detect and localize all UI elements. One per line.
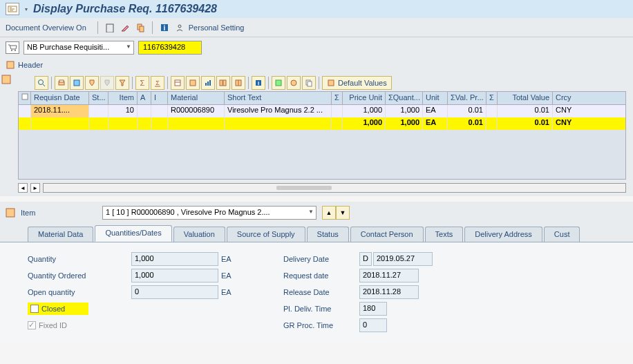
item-next-icon[interactable]: ▼ [336,206,350,220]
scroll-right-icon[interactable]: ► [30,183,40,193]
download-icon[interactable] [186,76,200,90]
grid-container: Σ Σ i Default Values Requisn Date St... … [0,72,633,196]
scroll-handle[interactable] [276,186,332,190]
svg-line-12 [43,84,45,86]
item-prev-icon[interactable]: ▲ [322,206,336,220]
services-icon[interactable] [272,76,285,90]
edit-icon[interactable] [119,21,131,34]
col-quant[interactable]: ΣQuant... [386,92,423,104]
tab-source-of-supply[interactable]: Source of Supply [227,227,305,242]
col-price-unit[interactable]: Price Unit [343,92,386,104]
item-dropdown[interactable]: 1 [ 10 ] R000006890 , Viresolve Pro Magn… [102,206,316,220]
tab-cust[interactable]: Cust [544,227,580,242]
closed-checkbox-area[interactable]: Closed [28,303,88,315]
item-nav: ▲ ▼ [322,206,350,220]
create-icon[interactable] [104,21,116,34]
chart-icon[interactable] [201,76,215,90]
total-crcy: CNY [553,117,580,130]
tab-texts[interactable]: Texts [425,227,464,242]
subtotal-icon[interactable]: Σ [151,76,164,90]
grid-settings-icon[interactable] [232,76,245,90]
cell-material: R000006890 [168,105,225,117]
closed-label: Closed [41,305,65,313]
svg-point-11 [39,80,44,85]
gr-proc-time-field[interactable]: 0 [359,318,387,332]
quantity-label: Quantity [28,255,131,263]
find-icon[interactable] [85,76,99,90]
total-total-value: 0.01 [498,117,553,130]
collapse-icon[interactable] [1,75,11,84]
scroll-left-icon[interactable]: ◄ [18,183,28,193]
col-unit[interactable]: Unit [423,92,448,104]
col-sigma1[interactable]: Σ [332,92,343,104]
cell-val-pr: 0.01 [448,105,486,117]
sum-icon[interactable]: Σ [135,76,149,90]
item-info-icon[interactable]: i [252,76,265,90]
expand-header-icon[interactable] [6,60,15,70]
col-short-text[interactable]: Short Text [225,92,332,104]
col-item[interactable]: Item [108,92,138,104]
total-unit: EA [423,117,448,130]
delivery-date-cat-field[interactable]: D [359,252,372,266]
tab-valuation[interactable]: Valuation [173,227,225,242]
find-next-icon[interactable] [100,76,114,90]
closed-checkbox[interactable] [30,305,39,313]
layout-icon[interactable] [171,76,185,90]
export-icon[interactable] [70,76,84,90]
info-icon[interactable]: i [158,21,171,34]
tab-content-quantities-dates: Quantity 1,000 EA Quantity Ordered 1,000… [0,242,633,342]
col-sigma2[interactable]: Σ [486,92,498,104]
doc-overview-button[interactable]: Document Overview On [6,23,86,32]
title-bar: ▾ Display Purchase Req. 1167639428 [0,0,633,18]
grid-toolbar-sep [268,77,269,89]
col-i[interactable]: I [151,92,168,104]
col-total-value[interactable]: Total Value [498,92,553,104]
app-icon[interactable] [6,3,19,15]
row-selector[interactable] [19,105,31,117]
expand-item-icon[interactable] [6,208,15,218]
tab-contact-person[interactable]: Contact Person [350,227,424,242]
quantity-ordered-label: Quantity Ordered [28,271,131,280]
print-icon[interactable] [55,76,68,90]
tab-status[interactable]: Status [307,227,349,242]
quantity-field[interactable]: 1,000 [131,252,218,266]
grid-toolbar: Σ Σ i Default Values [18,75,632,91]
col-status[interactable]: St... [89,92,108,104]
filter-icon[interactable] [115,76,129,90]
pl-deliv-time-field[interactable]: 180 [359,302,387,316]
cart-icon[interactable] [6,41,19,54]
doc-type-dropdown[interactable]: NB Purchase Requisiti... [23,41,134,55]
col-val-pr[interactable]: ΣVal. Pr... [448,92,486,104]
col-selector[interactable] [19,92,31,104]
col-requisn-date[interactable]: Requisn Date [31,92,89,104]
tab-material-data[interactable]: Material Data [28,227,93,242]
grid-data-row[interactable]: 2018.11.... 10 R000006890 Viresolve Pro … [18,105,626,117]
copy-icon[interactable] [302,76,316,90]
app-dropdown-icon[interactable]: ▾ [25,6,28,12]
open-quantity-field[interactable]: 0 [131,285,218,299]
col-crcy[interactable]: Crcy [553,92,580,104]
svg-rect-24 [209,80,211,86]
details-icon[interactable] [35,76,48,90]
pl-deliv-time-label: Pl. Deliv. Time [283,305,359,313]
doc-number-field[interactable]: 1167639428 [138,41,202,55]
default-values-button[interactable]: Default Values [322,76,392,90]
other-pr-icon[interactable] [134,21,147,34]
request-date-field[interactable]: 2018.11.27 [359,269,419,282]
fixed-id-checkbox[interactable] [28,321,36,329]
views-icon[interactable] [216,76,230,90]
col-material[interactable]: Material [168,92,225,104]
release-date-field[interactable]: 2018.11.28 [359,285,419,299]
grid-toolbar-sep [248,77,249,89]
col-a[interactable]: A [138,92,151,104]
delivery-date-field[interactable]: 2019.05.27 [373,252,433,266]
tab-delivery-address[interactable]: Delivery Address [464,227,542,242]
personal-setting-button[interactable]: Personal Setting [189,23,245,32]
row-release-date: Release Date 2018.11.28 [283,284,433,300]
account-assign-icon[interactable] [287,76,301,90]
scroll-track[interactable] [43,183,626,193]
quantity-ordered-field[interactable]: 1,000 [131,269,218,282]
tab-quantities-dates[interactable]: Quantities/Dates [95,225,171,242]
total-quant: 1,000 [386,117,423,130]
row-request-date: Request date 2018.11.27 [283,267,433,284]
